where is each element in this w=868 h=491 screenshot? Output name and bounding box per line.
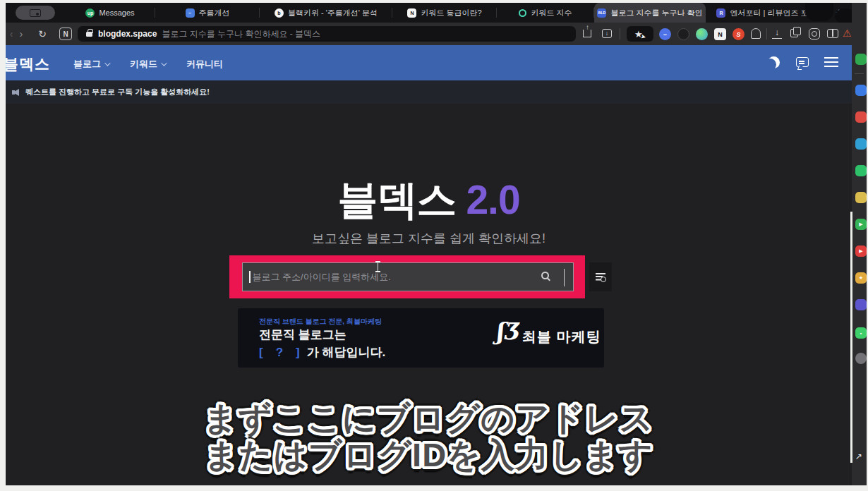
tab-blogdex-active[interactable]: BLD 블로그 지수를 누구나 확인	[594, 3, 706, 23]
extension-red-icon[interactable]: S	[733, 28, 745, 40]
title-version: 2.0	[466, 177, 519, 222]
window-edge-line	[850, 212, 852, 463]
tab-label: 키워드 지수	[531, 8, 572, 18]
share-icon[interactable]	[583, 30, 591, 37]
dock-app-2[interactable]	[855, 85, 867, 96]
chat-icon[interactable]	[796, 57, 809, 67]
dock-app-4[interactable]	[855, 138, 867, 150]
chevron-down-icon	[104, 60, 110, 66]
save-to-device-icon[interactable]: ↓	[602, 29, 612, 38]
dock-app-12[interactable]	[855, 353, 867, 364]
tab-keyword-index[interactable]: 키워드 지수	[497, 3, 594, 23]
tab-messages[interactable]: up Messages	[65, 3, 155, 23]
tabs: up Messages ~ 주름개선 b 블랙키위 - '주름개선' 분석 N …	[65, 3, 851, 23]
tab-label: 주름개선	[199, 8, 230, 18]
dock-app-10[interactable]	[855, 299, 867, 310]
page-title: 블덱스2.0	[6, 174, 852, 228]
corner-decoration	[835, 8, 852, 24]
tab-bar: up Messages ~ 주름개선 b 블랙키위 - '주름개선' 분석 N …	[6, 3, 852, 23]
tab-label: 키워드 등급이란?	[421, 8, 481, 18]
blogdex-icon: BLD	[597, 8, 606, 18]
search-placeholder: 블로그 주소/아이디를 입력하세요.	[253, 271, 391, 284]
dark-mode-moon-icon[interactable]	[768, 56, 780, 68]
address-bar[interactable]: blogdex.space 블로그 지수를 누구나 확인하세요 - 블덱스	[78, 26, 576, 42]
warning-icon[interactable]: ⚠	[843, 28, 852, 39]
corner-decoration	[805, 3, 833, 21]
text-caret	[249, 271, 251, 283]
megaphone-icon	[13, 89, 19, 96]
circle-ring-icon	[519, 9, 526, 17]
reviewers-icon: R	[716, 8, 725, 18]
notion-sidebar-icon[interactable]: N	[59, 28, 72, 40]
tab-label: 블랙키위 - '주름개선' 분석	[288, 8, 378, 18]
dock-app-8[interactable]: ▶	[855, 246, 867, 257]
ad-eyebrow: 전문직 브랜드 블로그 전문, 최블마케팅	[259, 317, 382, 327]
favorites-button[interactable]: ★ ➤	[627, 26, 653, 42]
extension-blue-icon[interactable]: −	[659, 28, 671, 40]
tab-keyword-grade[interactable]: N 키워드 등급이란?	[392, 3, 497, 23]
dock-app-9[interactable]: ★	[855, 272, 867, 284]
reload-icon[interactable]: ↻	[37, 28, 48, 40]
toolbar-divider	[766, 28, 767, 40]
nav-item-keyword[interactable]: 키워드	[130, 58, 165, 71]
dock-app-3[interactable]	[855, 111, 867, 123]
naver-blog-icon: ~	[186, 8, 195, 18]
ad-answer-line: [?]가 해답입니다.	[259, 344, 385, 360]
tab-blackkiwi[interactable]: b 블랙키위 - '주름개선' 분석	[260, 3, 392, 23]
bracket-left: [	[259, 346, 263, 359]
hamburger-menu-icon[interactable]	[824, 57, 838, 67]
dock-app-11[interactable]: ▪	[855, 327, 867, 339]
announcement-text: 퀘스트를 진행하고 무료로 구독 기능을 활성화하세요!	[25, 87, 210, 97]
title-main: 블덱스	[337, 177, 456, 222]
dock-app-7[interactable]: ▶	[855, 219, 867, 230]
tab-label: 엔서포터 | 리뷰언즈 포털	[730, 8, 816, 18]
dock-divider	[855, 73, 864, 74]
dock-app-5[interactable]	[855, 165, 867, 176]
input-divider	[564, 269, 565, 286]
question-mark: ?	[263, 346, 296, 359]
downloads-icon[interactable]: ↓	[772, 28, 782, 39]
extension-notion-icon[interactable]: N	[714, 28, 726, 40]
camera-pill-button[interactable]	[16, 6, 55, 20]
url-host: blogdex.space	[98, 29, 157, 39]
choeble-logo-icon: ʃƷ	[495, 317, 519, 345]
bracket-right: ]	[296, 346, 300, 359]
forward-icon[interactable]: ›	[16, 28, 27, 40]
dock-app-6[interactable]	[855, 192, 867, 203]
ad-headline: 전문직 블로그는	[259, 327, 346, 343]
list-search-icon	[596, 273, 605, 281]
screenshot-icon[interactable]	[809, 28, 820, 40]
copy-pages-icon[interactable]	[790, 29, 798, 37]
tab-label: Messages	[99, 8, 134, 17]
tab-label: 블로그 지수를 누구나 확인	[610, 8, 702, 18]
dock-strip: ▶ ▶ ★ ▪ ↗	[852, 3, 867, 485]
notion-icon: N	[407, 8, 416, 18]
bulk-search-button[interactable]	[589, 262, 612, 291]
url-page-title: 블로그 지수를 누구나 확인하세요 - 블덱스	[162, 28, 320, 40]
page-subtitle: 보고싶은 블로그 지수를 쉽게 확인하세요!	[6, 230, 852, 247]
split-view-icon[interactable]	[827, 29, 838, 38]
subtitle-overlay-line2: またはブログIDを入力します	[6, 433, 852, 478]
blackkiwi-icon: b	[275, 8, 284, 18]
announcement-banner[interactable]: 퀘스트를 진행하고 무료로 구독 기능을 활성화하세요!	[6, 80, 852, 104]
resize-arrow-icon[interactable]: ↗	[855, 451, 862, 461]
upwork-icon: up	[85, 8, 95, 18]
ad-brand-name: 최블 마케팅	[522, 327, 601, 346]
ad-answer-text: 가 해답입니다.	[307, 346, 385, 359]
extension-dark-icon[interactable]	[677, 28, 689, 40]
extension-green-icon[interactable]	[696, 28, 708, 40]
toolbar-divider	[620, 28, 620, 40]
dock-app-1[interactable]	[855, 54, 867, 65]
cursor-icon: ➤	[639, 32, 646, 41]
blog-search-input[interactable]: 블로그 주소/아이디를 입력하세요.	[242, 262, 574, 291]
ad-banner[interactable]: 전문직 브랜드 블로그 전문, 최블마케팅 전문직 블로그는 [?]가 해답입니…	[238, 308, 604, 368]
site-logo[interactable]: 블덱스	[6, 54, 50, 74]
picture-in-picture-icon	[30, 9, 41, 17]
browser-window: up Messages ~ 주름개선 b 블랙키위 - '주름개선' 분석 N …	[6, 3, 852, 485]
nav-item-blog[interactable]: 블로그	[73, 58, 109, 71]
extensions-menu-icon[interactable]	[751, 28, 761, 39]
lock-icon	[86, 32, 92, 37]
tab-jureum[interactable]: ~ 주름개선	[155, 3, 260, 23]
search-icon[interactable]	[541, 272, 549, 279]
nav-item-community[interactable]: 커뮤니티	[186, 58, 223, 71]
